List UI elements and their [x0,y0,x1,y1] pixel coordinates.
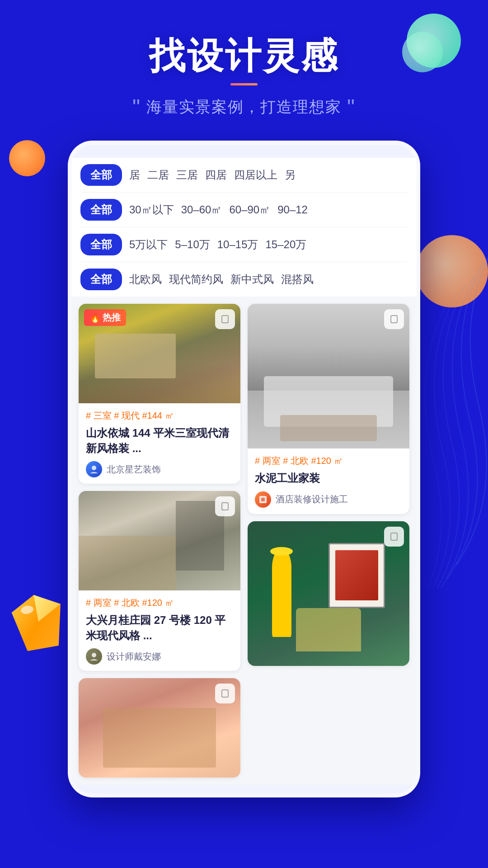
card-3-body: # 两室 # 北欧 #120 ㎡ 大兴月桂庄园 27 号楼 120 平米现代风格… [79,590,240,671]
filter-all-area[interactable]: 全部 [80,199,122,221]
filter-area-30-60[interactable]: 30–60㎡ [181,203,222,217]
svg-rect-10 [261,498,265,501]
filter-tag-fourplus[interactable]: 四居以上 [234,168,277,182]
svg-rect-8 [391,316,397,323]
title-underline [230,83,258,85]
card-2-body: # 两室 # 北欧 #120 ㎡ 水泥工业家装 酒店装修设计施工 [248,448,409,514]
filter-area-90[interactable]: 90–12 [277,203,308,216]
card-5-image [79,678,240,778]
filter-section: 全部 居 二居 三居 四居 四居以上 另 全部 30㎡以下 30–60㎡ 60–… [71,158,417,297]
card-1-body: # 三室 # 现代 #144 ㎡ 山水依城 144 平米三室现代清新风格装 ..… [79,403,240,484]
filter-style-chinese[interactable]: 新中式风 [230,272,274,287]
subtitle-text: 海量实景案例，打造理想家 [146,97,342,118]
card-2-author-name: 酒店装修设计施工 [276,493,348,505]
card-2[interactable]: # 两室 # 北欧 #120 ㎡ 水泥工业家装 酒店装修设计施工 [248,304,409,514]
card-1-author-name: 北京星艺装饰 [107,463,161,476]
card-3[interactable]: # 两室 # 北欧 #120 ㎡ 大兴月桂庄园 27 号楼 120 平米现代风格… [79,491,240,671]
filter-style-mix[interactable]: 混搭风 [281,272,314,287]
filter-row-budget: 全部 5万以下 5–10万 10–15万 15–20万 [80,227,408,262]
svg-point-6 [92,653,96,657]
phone-mockup: 全部 居 二居 三居 四居 四居以上 另 全部 30㎡以下 30–60㎡ 60–… [68,141,420,797]
card-2-image [248,304,409,448]
card-2-title: 水泥工业家装 [255,471,402,486]
phone-mockup-container: 全部 居 二居 三居 四居 四居以上 另 全部 30㎡以下 30–60㎡ 60–… [68,141,420,797]
card-3-image [79,491,240,590]
filter-tag-one[interactable]: 居 [129,168,140,182]
card-3-tags: # 两室 # 北欧 #120 ㎡ [86,597,233,609]
card-2-bookmark[interactable] [384,309,404,329]
card-1-bookmark[interactable] [215,309,235,329]
fire-icon: 🔥 [89,312,101,323]
card-2-tags: # 两室 # 北欧 #120 ㎡ [255,455,402,467]
svg-rect-11 [391,533,397,540]
card-1-tags: # 三室 # 现代 #144 ㎡ [86,410,233,422]
card-3-title: 大兴月桂庄园 27 号楼 120 平米现代风格 ... [86,613,233,643]
svg-rect-7 [222,690,228,697]
filter-budget-5[interactable]: 5万以下 [129,237,168,252]
card-4-bookmark[interactable] [384,527,404,547]
filter-all-room[interactable]: 全部 [80,164,122,186]
card-1-title: 山水依城 144 平米三室现代清新风格装 ... [86,425,233,456]
filter-budget-15-20[interactable]: 15–20万 [266,237,307,252]
card-1[interactable]: 🔥 热推 # 三室 # 现代 #144 ㎡ 山水依城 144 平米三室现代清新风… [79,304,240,484]
filter-tag-two[interactable]: 二居 [147,168,169,182]
svg-point-4 [92,466,96,470]
filter-area-30[interactable]: 30㎡以下 [129,203,174,217]
filter-budget-5-10[interactable]: 5–10万 [175,237,210,252]
svg-rect-3 [222,316,228,323]
gem-decoration [9,592,68,651]
filter-tag-three[interactable]: 三居 [176,168,198,182]
quote-open-icon: " [132,96,141,118]
card-3-bookmark[interactable] [215,496,235,516]
card-4[interactable] [248,521,409,666]
filter-all-budget[interactable]: 全部 [80,234,122,255]
filter-tag-four[interactable]: 四居 [205,168,227,182]
card-2-author: 酒店装修设计施工 [255,491,402,508]
header-section: 找设计灵感 " 海量实景案例，打造理想家 " [0,0,488,118]
hot-badge: 🔥 热推 [84,309,126,326]
card-1-author: 北京星艺装饰 [86,461,233,477]
svg-rect-5 [222,503,228,510]
filter-row-style: 全部 北欧风 现代简约风 新中式风 混搭风 [80,262,408,297]
card-4-image [248,521,409,666]
bg-decoration-circle-orange [9,140,45,176]
card-5[interactable] [79,678,240,778]
quote-close-icon: " [347,96,356,118]
filter-area-60-90[interactable]: 60–90㎡ [229,203,270,217]
main-title: 找设计灵感 [0,36,488,76]
filter-style-nordic[interactable]: 北欧风 [129,272,162,287]
filter-style-modern[interactable]: 现代简约风 [169,272,223,287]
filter-all-style[interactable]: 全部 [80,269,122,290]
card-1-author-avatar [86,461,102,477]
card-3-author: 设计师戴安娜 [86,648,233,665]
hot-badge-text: 热推 [103,311,121,324]
card-2-author-avatar [255,491,271,508]
filter-budget-10-15[interactable]: 10–15万 [217,237,258,252]
card-3-author-name: 设计师戴安娜 [107,651,161,663]
card-1-image: 🔥 热推 [79,304,240,403]
filter-row-room: 全部 居 二居 三居 四居 四居以上 另 [80,158,408,193]
subtitle: " 海量实景案例，打造理想家 " [0,96,488,118]
filter-tag-more[interactable]: 另 [285,168,296,182]
card-5-bookmark[interactable] [215,684,235,703]
filter-row-area: 全部 30㎡以下 30–60㎡ 60–90㎡ 90–12 [80,193,408,227]
card-3-author-avatar [86,648,102,665]
content-grid: 🔥 热推 # 三室 # 现代 #144 ㎡ 山水依城 144 平米三室现代清新风… [71,297,417,785]
